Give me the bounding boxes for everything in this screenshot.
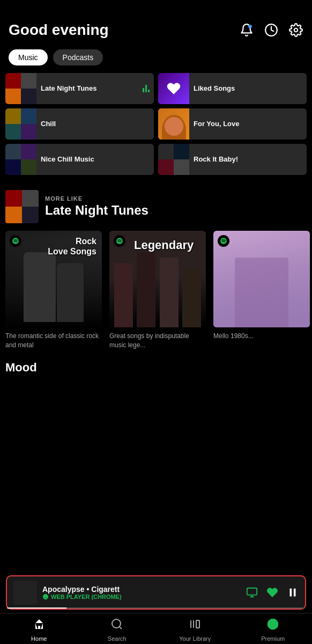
mood-section: Mood — [0, 361, 312, 386]
svg-point-2 — [294, 28, 298, 32]
playing-indicator — [143, 85, 150, 92]
quick-item-rock-baby[interactable]: Rock It Baby! — [158, 144, 307, 175]
foryou-thumb — [158, 108, 189, 140]
progress-fill — [7, 608, 66, 609]
more-like-title: Late Night Tunes — [45, 203, 148, 218]
card-mello-desc: Mello 1980s... — [213, 332, 310, 341]
card-rock-desc: The romantic side of classic rock and me… — [5, 332, 102, 350]
chill-label: Chill — [36, 120, 154, 128]
page-title: Good evening — [9, 21, 109, 39]
nav-premium-label: Premium — [261, 635, 285, 642]
web-player-icon — [42, 594, 49, 600]
filter-music[interactable]: Music — [9, 49, 48, 65]
nav-library-label: Your Library — [179, 635, 211, 642]
svg-rect-3 — [247, 588, 257, 595]
nice-chill-label: Nice Chill Music — [36, 155, 154, 164]
quick-item-liked[interactable]: Liked Songs — [158, 73, 307, 104]
nav-library[interactable]: Your Library — [179, 618, 211, 642]
now-playing-subtitle: WEB PLAYER (CHROME) — [42, 594, 241, 600]
card-rock-love[interactable]: RockLove Songs The romantic side of clas… — [5, 231, 102, 350]
svg-point-8 — [112, 619, 121, 628]
cards-row: RockLove Songs The romantic side of clas… — [0, 231, 312, 361]
svg-point-0 — [248, 25, 252, 28]
gear-icon[interactable] — [288, 23, 303, 38]
now-playing-progress — [7, 608, 305, 609]
rock-baby-label: Rock It Baby! — [189, 155, 307, 164]
svg-rect-7 — [294, 589, 296, 597]
search-icon — [110, 618, 123, 634]
quick-grid: Late Night Tunes Liked Songs Chill — [0, 73, 312, 175]
card-legendary-image: Legendary — [109, 231, 206, 327]
liked-thumb — [158, 73, 189, 104]
nav-search[interactable]: Search — [101, 618, 133, 642]
more-like-prefix: MORE LIKE — [45, 195, 148, 202]
more-like-section: MORE LIKE Late Night Tunes — [0, 190, 312, 231]
card-legendary[interactable]: Legendary Great songs by indisputable mu… — [109, 231, 206, 350]
library-icon — [189, 618, 202, 634]
device-button[interactable] — [246, 587, 258, 598]
mood-title: Mood — [5, 361, 307, 375]
header: Good evening — [0, 0, 312, 45]
card-mello-image — [213, 231, 310, 327]
card-rock-label: RockLove Songs — [48, 236, 96, 257]
filter-row: Music Podcasts — [0, 45, 312, 73]
svg-rect-10 — [196, 620, 199, 628]
rock-baby-thumb — [158, 144, 189, 175]
nav-home[interactable]: Home — [23, 618, 55, 642]
quick-item-nice-chill[interactable]: Nice Chill Music — [5, 144, 154, 175]
now-playing-bar[interactable]: Apocalypse • Cigarett WEB PLAYER (CHROME… — [6, 575, 306, 610]
card-mello[interactable]: Mello 1980s... — [213, 231, 310, 350]
header-actions — [239, 23, 303, 38]
home-icon — [33, 618, 46, 634]
quick-item-late-night[interactable]: Late Night Tunes — [5, 73, 154, 104]
now-playing-thumb — [13, 581, 37, 604]
clock-icon[interactable] — [264, 23, 279, 38]
bell-icon[interactable] — [239, 23, 254, 38]
now-playing-controls — [246, 587, 299, 598]
card-rock-image: RockLove Songs — [5, 231, 102, 327]
bottom-nav: Home Search Your Library P — [0, 613, 312, 644]
like-button[interactable] — [266, 587, 278, 598]
filter-podcasts[interactable]: Podcasts — [53, 49, 103, 65]
nav-search-label: Search — [108, 635, 127, 642]
chill-thumb — [5, 108, 36, 140]
foryou-label: For You, Love — [189, 120, 307, 128]
pause-button[interactable] — [287, 587, 299, 598]
late-night-label: Late Night Tunes — [36, 84, 154, 93]
quick-item-foryou[interactable]: For You, Love — [158, 108, 307, 140]
nice-chill-thumb — [5, 144, 36, 175]
late-night-thumb — [5, 73, 36, 104]
svg-line-9 — [120, 627, 122, 629]
liked-label: Liked Songs — [189, 84, 307, 93]
nav-premium[interactable]: Premium — [257, 618, 289, 642]
card-legendary-desc: Great songs by indisputable music lege..… — [109, 332, 206, 350]
svg-rect-6 — [290, 589, 292, 597]
nav-home-label: Home — [31, 635, 47, 642]
now-playing-info: Apocalypse • Cigarett WEB PLAYER (CHROME… — [42, 585, 241, 600]
premium-icon — [266, 618, 279, 634]
more-like-text: MORE LIKE Late Night Tunes — [45, 195, 148, 218]
quick-item-chill[interactable]: Chill — [5, 108, 154, 140]
now-playing-title: Apocalypse • Cigarett — [42, 585, 241, 594]
more-like-thumb — [5, 190, 39, 223]
